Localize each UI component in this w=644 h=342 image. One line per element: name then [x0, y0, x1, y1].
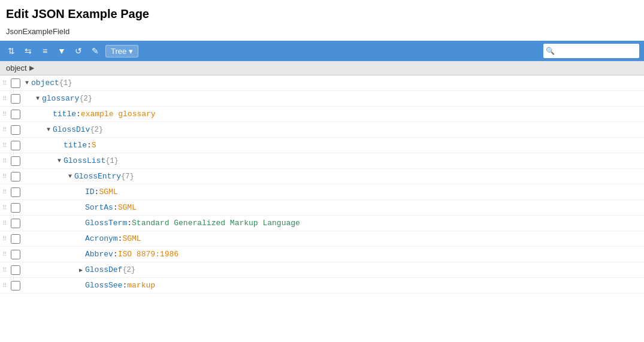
tree-row: ⠿SortAs : SGML	[0, 200, 644, 216]
row-checkbox[interactable]	[11, 187, 20, 197]
key-text: glossary	[42, 94, 79, 103]
tree-row: ⠿ID : SGML	[0, 184, 644, 200]
key-text: GlossList	[64, 156, 105, 165]
tree-row: ⠿Abbrev : ISO 8879:1986	[0, 247, 644, 262]
tree-row: ⠿title : example glossary	[0, 107, 644, 122]
value-text: S	[92, 141, 96, 150]
tree-label: Tree	[111, 47, 126, 56]
toolbar: ⇅ ⇆ ≡ ▼ ↺ ✎ Tree ▾ 🔍 ▲ ▼	[0, 41, 644, 61]
row-checkbox[interactable]	[11, 94, 20, 104]
brace-count: {2}	[90, 126, 103, 134]
tree-row: ⠿Acronym : SGML	[0, 231, 644, 247]
value-text: SGML	[122, 234, 141, 243]
colon: :	[127, 219, 132, 228]
breadcrumb-arrow: ▶	[29, 64, 34, 72]
colon: :	[95, 187, 99, 196]
key-text: GlossSee	[85, 281, 122, 290]
tree-row: ⠿GlossTerm : Standard Generalized Markup…	[0, 216, 644, 231]
row-checkbox[interactable]	[11, 250, 20, 259]
key-text: title	[64, 141, 87, 150]
value-text: SGML	[118, 203, 137, 212]
row-checkbox[interactable]	[11, 172, 20, 181]
collapse-toggle[interactable]: ▶	[77, 266, 85, 274]
colon: :	[76, 110, 81, 119]
drag-handle-icon[interactable]: ⠿	[0, 142, 8, 149]
tree-container: ⠿▼object {1}⠿▼glossary {2}⠿title : examp…	[0, 75, 644, 293]
drag-handle-icon[interactable]: ⠿	[0, 251, 8, 258]
row-checkbox[interactable]	[11, 234, 20, 244]
row-checkbox[interactable]	[11, 219, 20, 228]
row-checkbox[interactable]	[11, 203, 20, 213]
tree-view-button[interactable]: Tree ▾	[105, 45, 138, 57]
undo-icon[interactable]: ↺	[72, 44, 85, 57]
drag-handle-icon[interactable]: ⠿	[0, 204, 8, 211]
drag-handle-icon[interactable]: ⠿	[0, 282, 8, 289]
key-text: GlossDiv	[53, 125, 90, 134]
key-text: GlossEntry	[74, 172, 121, 181]
value-text: ISO 8879:1986	[118, 250, 179, 259]
tree-row: ⠿▼object {1}	[0, 75, 644, 91]
row-checkbox[interactable]	[11, 110, 20, 119]
tree-row: ⠿title : S	[0, 138, 644, 153]
drag-handle-icon[interactable]: ⠿	[0, 126, 8, 134]
breadcrumb-bar: object ▶	[0, 61, 644, 75]
sort-icon[interactable]: ⇆	[22, 44, 35, 57]
colon: :	[113, 250, 118, 259]
expand-toggle[interactable]: ▼	[55, 157, 64, 165]
search-box[interactable]: 🔍 ▲ ▼	[543, 44, 639, 58]
key-text: Abbrev	[85, 250, 113, 259]
tree-row: ⠿▼GlossList {1}	[0, 153, 644, 169]
row-checkbox[interactable]	[11, 265, 20, 275]
drag-handle-icon[interactable]: ⠿	[0, 111, 8, 118]
drag-handle-icon[interactable]: ⠿	[0, 235, 8, 243]
edit-icon[interactable]: ✎	[89, 44, 102, 57]
drag-handle-icon[interactable]: ⠿	[0, 95, 8, 102]
tree-dropdown-icon: ▾	[129, 47, 133, 56]
key-text: GlossTerm	[85, 219, 127, 228]
brace-count: {1}	[59, 79, 72, 87]
brace-count: {2}	[79, 95, 92, 103]
row-checkbox[interactable]	[11, 78, 20, 88]
drag-handle-icon[interactable]: ⠿	[0, 158, 8, 165]
value-text: example glossary	[81, 110, 156, 119]
list-icon[interactable]: ≡	[38, 44, 52, 57]
colon: :	[87, 141, 92, 150]
key-text: title	[53, 110, 76, 119]
drag-handle-icon[interactable]: ⠿	[0, 220, 8, 227]
tree-row: ⠿▶GlossDef {2}	[0, 262, 644, 278]
tree-row: ⠿▼glossary {2}	[0, 91, 644, 107]
expand-toggle[interactable]: ▼	[44, 126, 53, 134]
drag-handle-icon[interactable]: ⠿	[0, 173, 8, 180]
expand-toggle[interactable]: ▼	[34, 95, 42, 103]
tree-row: ⠿▼GlossEntry {7}	[0, 169, 644, 184]
row-checkbox[interactable]	[11, 156, 20, 166]
drag-handle-icon[interactable]: ⠿	[0, 80, 8, 87]
tree-row: ⠿GlossSee : markup	[0, 278, 644, 293]
search-icon: 🔍	[546, 47, 555, 55]
page-title: Edit JSON Example Page	[0, 0, 644, 25]
colon: :	[122, 281, 127, 290]
key-text: ID	[85, 187, 95, 196]
row-checkbox[interactable]	[11, 281, 20, 290]
key-text: object	[31, 78, 59, 87]
key-text: GlossDef	[85, 265, 122, 274]
value-text: Standard Generalized Markup Language	[132, 219, 300, 228]
drag-handle-icon[interactable]: ⠿	[0, 267, 8, 274]
tree-row: ⠿▼GlossDiv {2}	[0, 122, 644, 138]
drag-handle-icon[interactable]: ⠿	[0, 189, 8, 196]
breadcrumb-object[interactable]: object	[6, 63, 27, 72]
search-input[interactable]	[555, 47, 644, 56]
brace-count: {2}	[122, 266, 135, 274]
row-checkbox[interactable]	[11, 125, 20, 135]
colon: :	[118, 234, 123, 243]
sort-up-icon[interactable]: ⇅	[5, 44, 18, 57]
value-text: SGML	[99, 187, 117, 196]
row-checkbox[interactable]	[11, 141, 20, 150]
brace-count: {1}	[105, 157, 119, 165]
expand-toggle[interactable]: ▼	[23, 79, 31, 87]
field-label: JsonExampleField	[0, 25, 644, 41]
key-text: SortAs	[85, 203, 113, 212]
key-text: Acronym	[85, 234, 118, 243]
filter-icon[interactable]: ▼	[55, 44, 68, 57]
expand-toggle[interactable]: ▼	[66, 172, 74, 181]
